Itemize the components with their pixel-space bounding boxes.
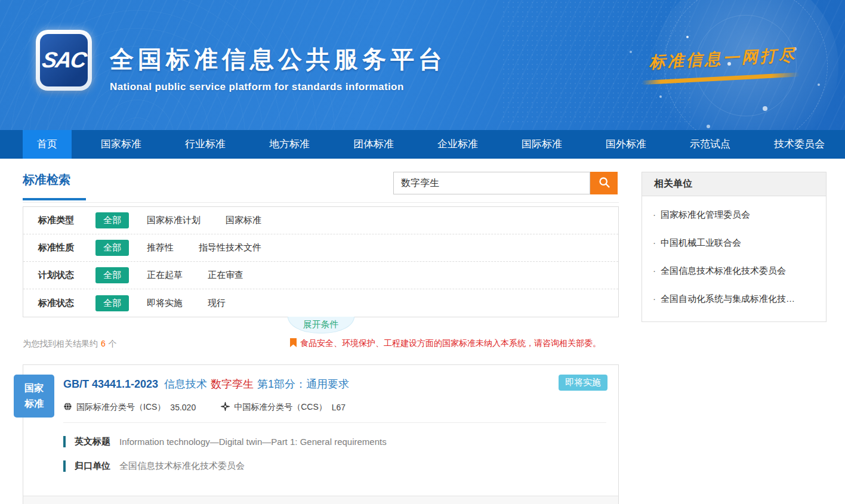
banner-titles: 全国标准信息公共服务平台 National public service pla…: [110, 43, 446, 93]
related-units-title: 相关单位: [642, 172, 826, 196]
expand-conditions-button[interactable]: 展开条件: [288, 317, 354, 333]
results-count: 6: [101, 339, 106, 348]
filter-all-button[interactable]: 全部: [95, 212, 129, 228]
english-title-row: 英文标题 Information technology—Digital twin…: [63, 436, 606, 447]
badge-line2: 标准: [14, 396, 54, 412]
national-standard-badge[interactable]: 国家 标准: [14, 375, 54, 418]
bullet: ·: [653, 265, 656, 276]
filter-row-standard-type: 标准类型 全部 国家标准计划 国家标准: [23, 207, 618, 234]
nav-tab-group-standards[interactable]: 团体标准: [339, 130, 408, 159]
standard-title-highlight[interactable]: 数字孪生: [211, 378, 254, 390]
filter-label: 标准状态: [38, 298, 95, 309]
results-summary: 为您找到相关结果约6个: [23, 339, 117, 348]
filter-all-button[interactable]: 全部: [95, 295, 129, 311]
search-box: [393, 172, 618, 194]
ccs-item: 中国标准分类号（CCS） L67: [221, 402, 346, 413]
nav-tab-local-standards[interactable]: 地方标准: [255, 130, 324, 159]
attr-bar-decoration: [63, 436, 66, 447]
card-footer: 发布于 2023-11-27 实施于 2024-06-01: [23, 496, 618, 504]
site-title: 全国标准信息公共服务平台: [110, 43, 446, 76]
standard-code[interactable]: GB/T 43441.1-2023: [63, 378, 158, 390]
results-summary-prefix: 为您找到相关结果约: [23, 339, 98, 348]
sac-logo-text: SAC: [40, 48, 88, 73]
dept-value: 全国信息技术标准化技术委员会: [119, 460, 245, 472]
ccs-label: 中国标准分类号（CCS）: [234, 402, 327, 413]
main-nav: 首页 国家标准 行业标准 地方标准 团体标准 企业标准 国际标准 国外标准 示范…: [0, 130, 845, 159]
ics-label: 国际标准分类号（ICS）: [76, 402, 165, 413]
globe-icon: [63, 402, 76, 413]
bookmark-icon: [290, 338, 300, 349]
filter-option[interactable]: 国家标准计划: [147, 215, 201, 226]
sparkle-dots-decoration: [686, 36, 689, 38]
site-banner: SAC 全国标准信息公共服务平台 National public service…: [0, 0, 845, 130]
related-unit-label: 全国自动化系统与集成标准化技…: [661, 293, 795, 304]
nav-tab-pilot[interactable]: 示范试点: [676, 130, 745, 159]
related-unit-link[interactable]: ·国家标准化管理委员会: [653, 201, 815, 229]
nav-tab-industry-standards[interactable]: 行业标准: [171, 130, 240, 159]
filter-label: 计划状态: [38, 270, 95, 281]
ccs-value: L67: [332, 403, 346, 412]
site-subtitle: National public service platform for sta…: [110, 81, 446, 93]
page-content: 标准检索 标准类型 全部 国家标准计划 国家标准: [0, 159, 845, 504]
search-icon: [598, 176, 610, 190]
attr-bar-decoration: [63, 460, 66, 472]
badge-line1: 国家: [14, 381, 54, 396]
system-notice: 食品安全、环境保护、工程建设方面的国家标准未纳入本系统，请咨询相关部委。: [290, 338, 601, 349]
status-badge: 即将实施: [559, 375, 607, 391]
bullet: ·: [653, 293, 656, 304]
filter-panel: 标准类型 全部 国家标准计划 国家标准 标准性质 全部 推荐性 指导性技术文件 …: [23, 206, 619, 317]
nav-tab-enterprise-standards[interactable]: 企业标准: [423, 130, 492, 159]
standard-title-seg2[interactable]: 第1部分：通用要求: [257, 378, 349, 390]
standard-title-seg1[interactable]: 信息技术: [164, 378, 207, 390]
english-title-label: 英文标题: [75, 436, 110, 447]
related-units-panel: 相关单位 ·国家标准化管理委员会 ·中国机械工业联合会 ·全国信息技术标准化技术…: [642, 172, 827, 322]
related-unit-label: 全国信息技术标准化技术委员会: [661, 265, 786, 276]
classification-row: 国际标准分类号（ICS） 35.020 中国标准分类号（CCS） L67: [63, 402, 606, 413]
main-column: 标准检索 标准类型 全部 国家标准计划 国家标准: [23, 172, 619, 504]
filter-option[interactable]: 正在起草: [147, 270, 183, 281]
filter-all-button[interactable]: 全部: [95, 267, 129, 283]
nav-tab-home[interactable]: 首页: [23, 130, 72, 159]
results-summary-suffix: 个: [109, 339, 117, 348]
page-title: 标准检索: [23, 172, 86, 200]
card-main: GB/T 43441.1-2023信息技术数字孪生第1部分：通用要求 国际标准分…: [23, 365, 618, 484]
related-unit-label: 国家标准化管理委员会: [661, 209, 750, 219]
filter-option[interactable]: 现行: [208, 298, 226, 309]
related-unit-link[interactable]: ·全国自动化系统与集成标准化技…: [653, 285, 815, 313]
filter-all-button[interactable]: 全部: [95, 240, 129, 256]
english-title-value: Information technology—Digital twin—Part…: [119, 437, 387, 447]
nav-tab-foreign-standards[interactable]: 国外标准: [591, 130, 661, 159]
filter-option[interactable]: 即将实施: [147, 298, 183, 309]
bullet: ·: [653, 237, 656, 248]
filter-option[interactable]: 国家标准: [226, 215, 261, 226]
ics-item: 国际标准分类号（ICS） 35.020: [63, 402, 196, 413]
nav-tab-technical-committee[interactable]: 技术委员会: [760, 130, 839, 159]
dept-row: 归口单位 全国信息技术标准化技术委员会: [63, 460, 606, 472]
related-unit-link[interactable]: ·全国信息技术标准化技术委员会: [653, 257, 815, 285]
standard-title-link[interactable]: GB/T 43441.1-2023信息技术数字孪生第1部分：通用要求: [63, 377, 606, 391]
filter-option[interactable]: 推荐性: [147, 242, 174, 253]
ics-value: 35.020: [170, 403, 196, 412]
bullet: ·: [653, 209, 656, 219]
filter-label: 标准类型: [38, 215, 95, 226]
filter-option[interactable]: 指导性技术文件: [199, 242, 261, 253]
results-summary-row: 为您找到相关结果约6个 食品安全、环境保护、工程建设方面的国家标准未纳入本系统，…: [23, 338, 619, 351]
nav-tab-national-standards[interactable]: 国家标准: [87, 130, 156, 159]
nav-tab-international-standards[interactable]: 国际标准: [507, 130, 576, 159]
standard-result-card: 国家 标准 即将实施 GB/T 43441.1-2023信息技术数字孪生第1部分…: [23, 364, 619, 504]
filter-row-standard-status: 标准状态 全部 即将实施 现行: [23, 289, 618, 317]
related-unit-label: 中国机械工业联合会: [661, 237, 741, 248]
search-heading-row: 标准检索: [23, 172, 619, 203]
filter-option[interactable]: 正在审查: [208, 270, 243, 281]
dept-label: 归口单位: [75, 460, 110, 472]
related-unit-link[interactable]: ·中国机械工业联合会: [653, 229, 815, 257]
search-button[interactable]: [590, 172, 618, 194]
related-units-list: ·国家标准化管理委员会 ·中国机械工业联合会 ·全国信息技术标准化技术委员会 ·…: [642, 196, 826, 321]
sac-logo-inner: SAC: [40, 34, 88, 86]
filter-label: 标准性质: [38, 242, 95, 253]
notice-text: 食品安全、环境保护、工程建设方面的国家标准未纳入本系统，请咨询相关部委。: [300, 338, 601, 349]
sac-logo[interactable]: SAC: [36, 30, 92, 91]
search-input[interactable]: [393, 172, 590, 194]
card-divider: [63, 422, 606, 423]
compass-icon: [221, 402, 234, 413]
